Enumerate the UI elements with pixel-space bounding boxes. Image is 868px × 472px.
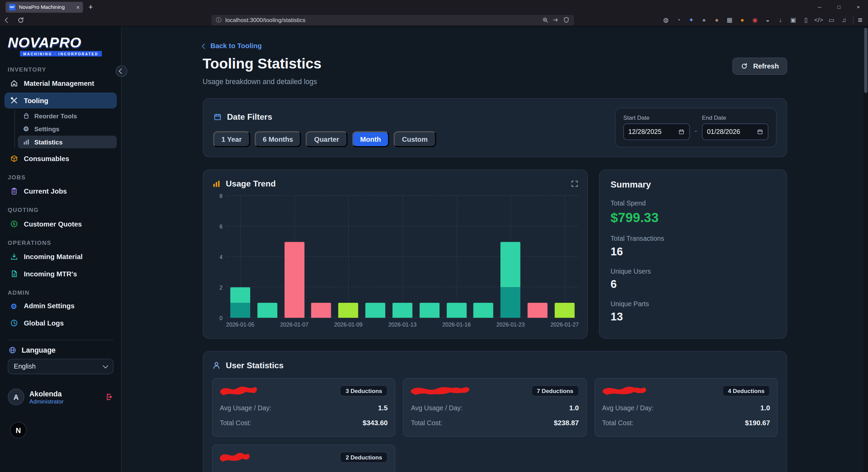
grid-extension-icon[interactable]: ▦	[724, 16, 735, 23]
preset-custom[interactable]: Custom	[394, 131, 436, 147]
redacted-user-name	[411, 385, 470, 396]
summary-total-transactions: Total Transactions 16	[611, 235, 776, 258]
shield-extension-icon[interactable]: ◉	[749, 16, 761, 23]
sidebar-item-customer-quotes[interactable]: $ Customer Quotes	[4, 216, 117, 232]
chart-bar	[555, 302, 575, 318]
refresh-button[interactable]: Refresh	[733, 58, 787, 75]
summary-card: Summary Total Spend $799.33 Total Transa…	[599, 170, 787, 339]
person-icon	[212, 361, 221, 370]
extension-icon[interactable]: ✦	[686, 16, 697, 23]
chart-bar-slot	[500, 196, 521, 318]
extension-icon[interactable]: ▣	[788, 16, 799, 23]
chart-bar-slot	[311, 196, 332, 318]
page-info-icon[interactable]: ⓘ	[216, 17, 221, 23]
y-tick-label: 6	[219, 224, 222, 230]
user-avatar: A	[8, 389, 24, 405]
sidebar-item-label: Global Logs	[24, 319, 64, 327]
puzzle-extension-icon[interactable]: ◒	[762, 17, 773, 23]
sidebar-item-settings[interactable]: ⚙ Settings	[18, 123, 117, 135]
trash-extension-icon[interactable]: ▯	[801, 16, 812, 23]
back-to-tooling-link[interactable]: Back to Tooling	[203, 42, 787, 50]
section-label-quoting: QUOTING	[8, 206, 114, 213]
preset-1-year[interactable]: 1 Year	[213, 131, 250, 147]
url-text[interactable]: localhost:3000/tooling/statistics	[225, 17, 538, 23]
window-close-button[interactable]: ×	[849, 0, 868, 14]
deductions-badge: 7 Deductions	[531, 385, 579, 396]
share-icon[interactable]	[552, 17, 559, 23]
preset-6-months[interactable]: 6 Months	[254, 131, 301, 147]
gear-icon: ⚙	[22, 126, 30, 133]
favicon: NP	[9, 4, 16, 11]
window-maximize-button[interactable]: □	[829, 0, 849, 14]
new-tab-button[interactable]: +	[88, 3, 93, 11]
sidebar-item-reorder-tools[interactable]: Reorder Tools	[18, 110, 117, 122]
language-select[interactable]: English	[8, 359, 114, 374]
page-title: Tooling Statistics	[203, 55, 322, 73]
chart-bar-slot	[284, 196, 305, 318]
toolbar-separator	[853, 16, 854, 23]
browser-reload-button[interactable]	[17, 16, 24, 23]
section-label-admin: ADMIN	[8, 289, 114, 296]
sidebar-item-current-jobs[interactable]: Current Jobs	[4, 183, 117, 199]
zoom-icon[interactable]	[542, 17, 549, 23]
preset-quarter[interactable]: Quarter	[306, 131, 348, 147]
section-label-operations: OPERATIONS	[8, 239, 114, 246]
extension-icon[interactable]: ◔	[673, 17, 684, 23]
sidebar-item-global-logs[interactable]: Global Logs	[4, 315, 117, 331]
user-stat-card: 7 Deductions Avg Usage / Day:1.0 Total C…	[403, 378, 587, 437]
sidebar-item-incoming-mtrs[interactable]: Incoming MTR's	[4, 266, 117, 282]
chart-bar	[284, 242, 304, 318]
end-date-input[interactable]: 01/28/2026	[702, 123, 768, 140]
calendar-icon	[678, 129, 685, 135]
window-minimize-button[interactable]: ─	[810, 0, 829, 14]
sidebar-item-consumables[interactable]: Consumables	[4, 151, 117, 166]
clock-icon	[9, 319, 18, 327]
devtools-extension-icon[interactable]: </>	[813, 17, 824, 23]
sidebar-item-admin-settings[interactable]: ⚙ Admin Settings	[4, 298, 117, 314]
sidebar-item-label: Tooling	[24, 97, 48, 104]
browser-tab[interactable]: NP NovaPro Machining ×	[5, 1, 83, 13]
tab-close-icon[interactable]: ×	[76, 4, 80, 11]
screen-extension-icon[interactable]: ▭	[826, 16, 837, 23]
extension-icon[interactable]: ●	[698, 17, 710, 23]
start-date-input[interactable]: 12/28/2025	[623, 123, 690, 140]
url-bar[interactable]: ⓘ localhost:3000/tooling/statistics	[212, 15, 574, 25]
media-extension-icon[interactable]: ♫	[839, 17, 850, 23]
deductions-badge: 3 Deductions	[340, 385, 388, 396]
preset-month[interactable]: Month	[352, 131, 389, 147]
chart-y-axis: 02468	[212, 196, 226, 318]
shield-icon[interactable]	[563, 17, 570, 23]
scrollbar-thumb[interactable]	[864, 28, 868, 93]
download-icon[interactable]: ↓	[775, 17, 786, 23]
expand-icon[interactable]	[571, 180, 578, 188]
y-tick-label: 8	[219, 193, 222, 199]
end-date-label: End Date	[702, 114, 768, 121]
sidebar-collapse-button[interactable]	[116, 65, 127, 77]
dollar-icon: $	[9, 220, 18, 228]
x-tick-label: 2026-01-23	[496, 322, 525, 328]
sidebar-item-incoming-material[interactable]: Incoming Material	[4, 249, 117, 264]
sidebar-item-material-management[interactable]: Material Management	[4, 75, 117, 91]
sidebar-item-label: Admin Settings	[24, 302, 75, 310]
logout-icon[interactable]	[105, 393, 114, 401]
chat-widget-avatar[interactable]: N	[10, 422, 26, 438]
sidebar-item-statistics[interactable]: Statistics	[18, 136, 117, 149]
chart-bar	[474, 302, 494, 318]
logo-title: NOVAPRO	[8, 34, 114, 52]
date-filters-card: Date Filters 1 Year 6 Months Quarter Mon…	[203, 98, 787, 157]
home-icon	[9, 79, 18, 87]
chart-bar	[338, 302, 358, 318]
sidebar-item-label: Incoming Material	[24, 253, 83, 260]
page-scrollbar[interactable]	[864, 26, 868, 472]
date-range-separator: -	[695, 127, 697, 135]
sidebar-item-tooling[interactable]: Tooling	[4, 93, 117, 109]
extension-icon[interactable]: ●	[737, 17, 748, 23]
extension-icon[interactable]: ●	[711, 17, 723, 23]
account-extension-icon[interactable]: ◍	[660, 16, 671, 23]
date-range-box: Start Date 12/28/2025 - End Date 0	[615, 108, 777, 147]
menu-icon[interactable]: ≡	[858, 16, 862, 24]
browser-back-button[interactable]	[5, 17, 10, 23]
deductions-badge: 2 Deductions	[340, 452, 388, 463]
sidebar-item-label: Settings	[34, 126, 59, 133]
app-page: NOVAPRO MACHINING · INCORPORATED INVENTO…	[0, 26, 868, 472]
